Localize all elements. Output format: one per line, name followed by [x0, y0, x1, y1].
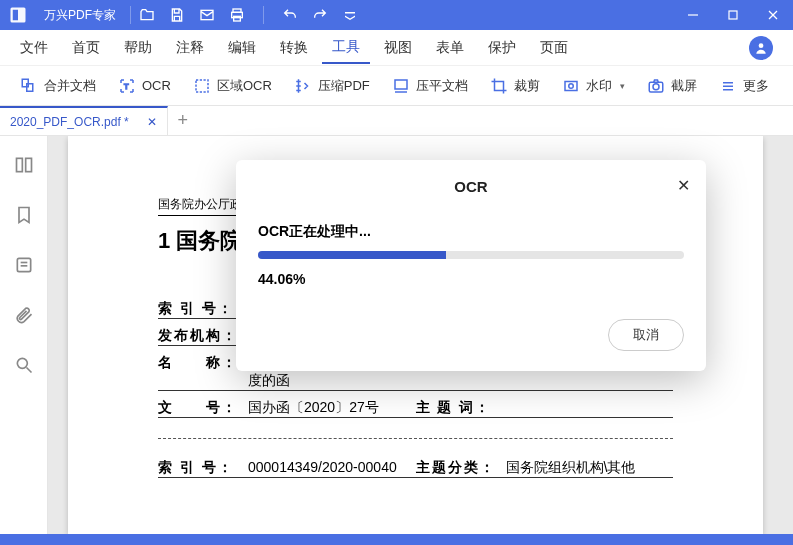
doc-label: 文 号：	[158, 399, 240, 418]
attachment-icon[interactable]	[13, 304, 35, 326]
mail-icon[interactable]	[197, 5, 217, 25]
ocr-button[interactable]: TOCR	[110, 73, 179, 99]
compress-icon	[294, 77, 312, 95]
svg-point-20	[653, 83, 659, 89]
screenshot-button[interactable]: 截屏	[639, 73, 705, 99]
menu-file[interactable]: 文件	[10, 33, 58, 63]
svg-rect-7	[729, 11, 737, 19]
menu-home[interactable]: 首页	[62, 33, 110, 63]
compress-label: 压缩PDF	[318, 77, 370, 95]
name-label: 名 称：	[158, 354, 240, 391]
header-text: 国务院办公厅政	[158, 196, 242, 213]
app-logo	[0, 6, 36, 24]
more-label: 更多	[743, 77, 769, 95]
svg-rect-17	[565, 81, 577, 90]
progress-bar	[258, 251, 684, 259]
ocr-label: OCR	[142, 78, 171, 93]
comments-icon[interactable]	[13, 254, 35, 276]
redo-icon[interactable]	[310, 5, 330, 25]
watermark-button[interactable]: 水印▾	[554, 73, 633, 99]
compress-button[interactable]: 压缩PDF	[286, 73, 378, 99]
menu-help[interactable]: 帮助	[114, 33, 162, 63]
menu-page[interactable]: 页面	[530, 33, 578, 63]
ocr-icon: T	[118, 77, 136, 95]
menu-comment[interactable]: 注释	[166, 33, 214, 63]
menu-convert[interactable]: 转换	[270, 33, 318, 63]
status-bar	[0, 534, 793, 545]
progress-percent: 44.06%	[258, 271, 684, 287]
separator	[130, 6, 131, 24]
watermark-label: 水印	[586, 77, 612, 95]
open-icon[interactable]	[137, 5, 157, 25]
svg-point-10	[759, 43, 764, 48]
area-ocr-label: 区域OCR	[217, 77, 272, 95]
menu-bar: 文件 首页 帮助 注释 编辑 转换 工具 视图 表单 保护 页面	[0, 30, 793, 66]
svg-line-30	[26, 368, 31, 373]
screenshot-label: 截屏	[671, 77, 697, 95]
menu-tools[interactable]: 工具	[322, 32, 370, 64]
watermark-icon	[562, 77, 580, 95]
svg-text:T: T	[124, 82, 129, 91]
svg-rect-22	[723, 85, 733, 87]
menu-view[interactable]: 视图	[374, 33, 422, 63]
app-title: 万兴PDF专家	[36, 7, 124, 24]
tab-title: 2020_PDF_OCR.pdf *	[10, 115, 129, 129]
dialog-status: OCR正在处理中...	[258, 223, 684, 241]
subject-label: 主 题 词：	[416, 399, 498, 418]
crop-icon	[490, 77, 508, 95]
flatten-button[interactable]: 压平文档	[384, 73, 476, 99]
document-tab[interactable]: 2020_PDF_OCR.pdf * ✕	[0, 106, 168, 135]
agency-label: 发布机构：	[158, 327, 240, 346]
thumbnails-icon[interactable]	[13, 154, 35, 176]
account-button[interactable]	[749, 36, 773, 60]
merge-button[interactable]: 合并文档	[12, 73, 104, 99]
dialog-close-button[interactable]: ✕	[677, 176, 690, 195]
doc-value: 国办函〔2020〕27号	[240, 399, 416, 418]
svg-rect-21	[723, 82, 733, 84]
tab-close-icon[interactable]: ✕	[147, 115, 157, 129]
flatten-label: 压平文档	[416, 77, 468, 95]
menu-forms[interactable]: 表单	[426, 33, 474, 63]
quick-access	[137, 5, 360, 25]
camera-icon	[647, 77, 665, 95]
index-label-2: 索 引 号：	[158, 459, 240, 478]
svg-rect-23	[723, 89, 733, 91]
area-ocr-icon	[193, 77, 211, 95]
merge-icon	[20, 77, 38, 95]
maximize-button[interactable]	[713, 0, 753, 30]
tab-add-button[interactable]: +	[168, 106, 198, 135]
svg-rect-25	[25, 158, 31, 171]
dropdown-icon: ▾	[620, 81, 625, 91]
more-quick-icon[interactable]	[340, 5, 360, 25]
progress-fill	[258, 251, 446, 259]
more-button[interactable]: 更多	[711, 73, 777, 99]
minimize-button[interactable]	[673, 0, 713, 30]
svg-point-18	[569, 83, 574, 88]
title-bar: 万兴PDF专家	[0, 0, 793, 30]
svg-rect-1	[13, 10, 18, 21]
ocr-progress-dialog: OCR ✕ OCR正在处理中... 44.06% 取消	[236, 160, 706, 371]
dialog-title: OCR	[258, 178, 684, 195]
undo-icon[interactable]	[280, 5, 300, 25]
save-icon[interactable]	[167, 5, 187, 25]
close-button[interactable]	[753, 0, 793, 30]
bookmark-icon[interactable]	[13, 204, 35, 226]
separator	[263, 6, 264, 24]
menu-edit[interactable]: 编辑	[218, 33, 266, 63]
merge-label: 合并文档	[44, 77, 96, 95]
svg-rect-14	[196, 80, 208, 92]
area-ocr-button[interactable]: 区域OCR	[185, 73, 280, 99]
cancel-button[interactable]: 取消	[608, 319, 684, 351]
search-icon[interactable]	[13, 354, 35, 376]
crop-button[interactable]: 裁剪	[482, 73, 548, 99]
svg-rect-15	[395, 80, 407, 89]
print-icon[interactable]	[227, 5, 247, 25]
index-value-2: 000014349/2020-00040	[240, 459, 416, 478]
cat-label: 主题分类：	[416, 459, 498, 478]
left-sidebar	[0, 136, 48, 534]
svg-rect-24	[16, 158, 22, 171]
index-label: 索 引 号：	[158, 300, 240, 319]
menu-protect[interactable]: 保护	[478, 33, 526, 63]
tab-bar: 2020_PDF_OCR.pdf * ✕ +	[0, 106, 793, 136]
svg-point-29	[17, 358, 27, 368]
